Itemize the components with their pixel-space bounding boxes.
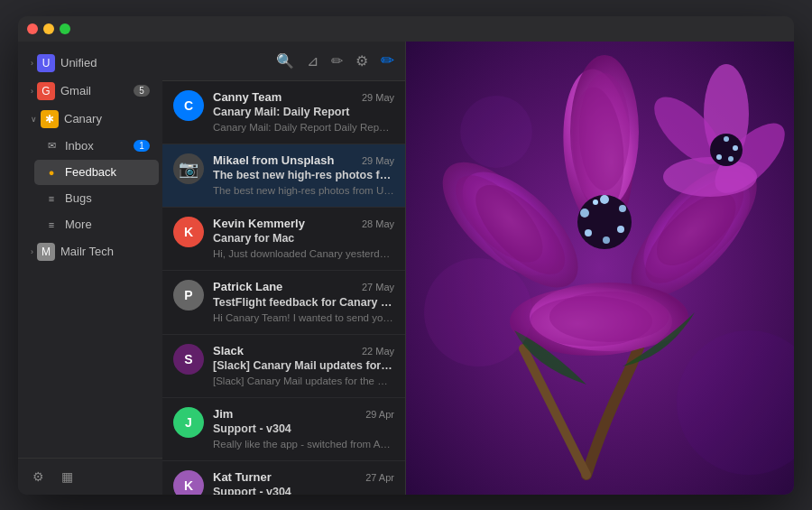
email-item[interactable]: C Canny Team 29 May Canary Mail: Daily R… (162, 81, 405, 144)
minimize-button[interactable] (43, 23, 54, 34)
email-item[interactable]: S Slack 22 May [Slack] Canary Mail updat… (162, 335, 405, 398)
canary-icon: ✱ (41, 110, 59, 128)
avatar: S (173, 344, 204, 375)
email-sender: Kevin Kemmerly (213, 217, 355, 230)
email-item[interactable]: P Patrick Lane 27 May TestFlight feedbac… (162, 271, 405, 335)
feedback-label: Feedback (65, 165, 150, 179)
sidebar-item-bugs[interactable]: ≡ Bugs (34, 186, 159, 211)
search-icon[interactable]: 🔍 (276, 52, 294, 70)
email-preview: Canary Mail: Daily Report Daily Report 4… (213, 120, 394, 134)
email-sender: Kat Turner (213, 470, 358, 484)
svg-point-33 (716, 154, 722, 160)
email-date: 29 Apr (365, 409, 394, 420)
main-content: › U Unified › G Gmail 5 ∨ ✱ Canary (18, 42, 794, 495)
svg-point-18 (600, 195, 609, 204)
sidebar-footer: ⚙ ▦ (18, 458, 162, 495)
flower-image (406, 42, 794, 495)
grid-icon[interactable]: ▦ (56, 466, 78, 487)
bugs-icon: ≡ (43, 190, 60, 207)
settings-tool-icon[interactable]: ⚙ (355, 52, 368, 70)
svg-point-24 (593, 199, 598, 205)
close-button[interactable] (27, 23, 38, 34)
titlebar (18, 16, 794, 42)
svg-point-20 (617, 226, 624, 233)
email-body: Mikael from Unsplash 29 May The best new… (213, 153, 394, 198)
svg-point-30 (724, 136, 729, 142)
sidebar-item-canary[interactable]: ∨ ✱ Canary (22, 106, 159, 133)
email-subject: Canary for Mac (213, 232, 394, 245)
feedback-icon: ● (43, 164, 60, 181)
sidebar-item-mailr[interactable]: › M Mailr Tech (22, 238, 159, 265)
email-date: 28 May (362, 218, 394, 229)
sidebar-item-gmail[interactable]: › G Gmail 5 (22, 78, 159, 105)
svg-point-21 (603, 236, 610, 244)
email-body: Slack 22 May [Slack] Canary Mail updates… (213, 344, 394, 388)
inbox-icon: ✉ (43, 138, 60, 154)
email-subject: Canary Mail: Daily Report (213, 106, 394, 118)
email-subject: Support - v304 (213, 422, 394, 435)
svg-point-13 (579, 73, 630, 190)
email-item[interactable]: K Kat Turner 27 Apr Support - v304 Hello… (162, 461, 405, 494)
avatar: K (173, 217, 204, 247)
svg-point-15 (549, 292, 669, 342)
email-item[interactable]: K Kevin Kemmerly 28 May Canary for Mac H… (162, 208, 405, 271)
email-item[interactable]: 📷 Mikael from Unsplash 29 May The best n… (162, 144, 405, 208)
email-date: 29 May (362, 92, 394, 103)
email-preview: [Slack] Canary Mail updates for the week… (213, 374, 394, 388)
avatar: K (173, 470, 204, 494)
bugs-label: Bugs (65, 191, 150, 205)
inbox-badge: 1 (134, 140, 150, 152)
svg-point-22 (585, 229, 592, 236)
inbox-label: Inbox (65, 139, 134, 153)
gmail-badge: 5 (134, 85, 150, 97)
sidebar-item-more[interactable]: ≡ More (34, 212, 159, 237)
email-header-row: Kat Turner 27 Apr (213, 470, 394, 484)
sidebar-item-unified[interactable]: › U Unified (22, 50, 159, 77)
svg-point-32 (728, 156, 734, 162)
filter-icon[interactable]: ⊿ (307, 52, 318, 70)
email-item[interactable]: J Jim 29 Apr Support - v304 Really like … (162, 398, 405, 461)
email-body: Kat Turner 27 Apr Support - v304 Hello, … (213, 470, 394, 494)
sidebar-label-unified: Unified (60, 56, 150, 70)
settings-icon[interactable]: ⚙ (27, 466, 49, 487)
sidebar-label-gmail: Gmail (60, 84, 134, 97)
sidebar-item-inbox[interactable]: ✉ Inbox 1 (34, 134, 159, 159)
email-preview: Hi Canary Team! I wanted to send you fee… (213, 311, 394, 325)
email-preview: The best new high-res photos from Unspla… (213, 183, 394, 198)
chevron-icon: › (31, 59, 33, 68)
email-date: 22 May (362, 346, 394, 357)
sidebar-nav: › U Unified › G Gmail 5 ∨ ✱ Canary (18, 42, 162, 458)
unified-icon: U (37, 54, 55, 72)
email-list: 🔍 ⊿ ✏ ⚙ ✏ C Canny Team 29 May Canary Ma (162, 42, 406, 495)
chevron-icon: ∨ (31, 115, 37, 124)
email-date: 29 May (362, 155, 394, 166)
email-header-row: Kevin Kemmerly 28 May (213, 217, 394, 230)
email-header-row: Mikael from Unsplash 29 May (213, 153, 394, 167)
image-panel (406, 42, 794, 495)
email-preview: Hi, Just downloaded Canary yesterday to … (213, 246, 394, 261)
email-sender: Jim (213, 407, 358, 421)
gmail-icon: G (37, 82, 55, 100)
email-subject: Support - v304 (213, 486, 394, 494)
more-label: More (65, 218, 150, 231)
email-sender: Mikael from Unsplash (213, 153, 355, 167)
email-header-row: Canny Team 29 May (213, 90, 394, 104)
sidebar-item-feedback[interactable]: ● Feedback (34, 160, 159, 185)
email-preview: Really like the app - switched from Appl… (213, 437, 394, 451)
svg-point-19 (619, 205, 626, 212)
chevron-icon: › (31, 247, 33, 256)
email-sender: Patrick Lane (213, 280, 355, 293)
avatar: J (173, 407, 204, 438)
edit-icon[interactable]: ✏ (331, 52, 343, 70)
compose-icon[interactable]: ✏ (381, 51, 394, 70)
email-header-row: Patrick Lane 27 May (213, 280, 394, 293)
mailr-icon: M (37, 243, 55, 261)
email-toolbar: 🔍 ⊿ ✏ ⚙ ✏ (162, 42, 405, 81)
email-body: Canny Team 29 May Canary Mail: Daily Rep… (213, 90, 394, 134)
sidebar-label-canary: Canary (64, 112, 150, 125)
email-header-row: Jim 29 Apr (213, 407, 394, 421)
sidebar-label-mailr: Mailr Tech (60, 245, 150, 258)
maximize-button[interactable] (60, 23, 70, 34)
email-date: 27 Apr (365, 472, 394, 483)
email-items: C Canny Team 29 May Canary Mail: Daily R… (162, 81, 405, 495)
